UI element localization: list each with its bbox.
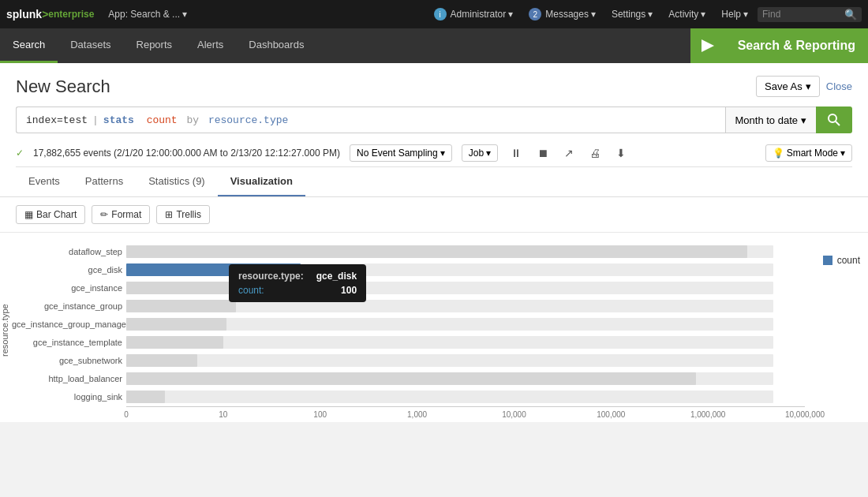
search-header: New Search Save As ▾ Close (16, 76, 852, 97)
bar-label: gce_disk (12, 265, 122, 275)
search-submit-button[interactable] (816, 106, 852, 133)
tab-events[interactable]: Events (16, 167, 73, 196)
bar-label: gce_instance_group (12, 301, 122, 311)
bar-row: http_load_balancer (126, 371, 805, 387)
format-icon: ✏ (100, 209, 108, 220)
svg-marker-0 (702, 39, 714, 52)
status-bar: ✓ 17,882,655 events (2/1/20 12:00:00.000… (16, 140, 852, 167)
app-title: Search & Reporting (725, 28, 868, 63)
status-check-icon: ✓ (16, 148, 24, 159)
close-button[interactable]: Close (826, 80, 852, 92)
app-logo-icon (690, 28, 725, 63)
bar-foreground (126, 263, 301, 276)
messages-button[interactable]: 2 Messages ▾ (522, 5, 602, 24)
search-icon: 🔍 (844, 9, 857, 21)
bar-label: dataflow_step (12, 247, 122, 256)
bulb-icon: 💡 (773, 148, 784, 159)
top-navbar: splunk>enterprise App: Search & ... ▾ i … (0, 0, 868, 28)
bars-area: dataflow_stepgce_diskgce_instancegce_ins… (126, 244, 805, 400)
stop-button[interactable]: ⏹ (534, 144, 552, 162)
x-axis-tick: 10,000,000 (785, 410, 825, 419)
status-events-text: 17,882,655 events (2/1/20 12:00:00.000 A… (33, 148, 340, 159)
no-event-sampling-button[interactable]: No Event Sampling ▾ (350, 144, 452, 162)
bar-label: gce_subnetwork (12, 356, 122, 365)
bar-foreground (126, 282, 262, 294)
search-query-index: index=test (26, 114, 88, 126)
x-axis: 0101001,00010,000100,0001,000,00010,000,… (126, 406, 805, 422)
tab-reports[interactable]: Reports (124, 28, 185, 63)
trellis-icon: ⊞ (165, 209, 173, 220)
legend-color-dot (823, 256, 832, 265)
search-actions: Save As ▾ Close (756, 76, 852, 97)
bar-chart-button[interactable]: ▦ Bar Chart (16, 205, 85, 224)
help-label: Help (721, 9, 741, 20)
bar-label: gce_instance_group_manager (12, 320, 122, 329)
smart-mode-button[interactable]: 💡 Smart Mode ▾ (765, 144, 852, 162)
search-input-display[interactable]: index=test | stats count by resource.typ… (16, 106, 725, 133)
bar-foreground (126, 245, 747, 258)
admin-info-button[interactable]: i Administrator ▾ (428, 5, 520, 24)
save-as-button[interactable]: Save As ▾ (756, 76, 820, 97)
bar-row: gce_instance (126, 280, 805, 296)
splunk-gt: > (42, 8, 48, 21)
bar-row: gce_instance_group_manager (126, 316, 805, 332)
tab-patterns[interactable]: Patterns (73, 167, 136, 196)
format-button[interactable]: ✏ Format (92, 205, 150, 224)
find-input[interactable] (762, 9, 841, 20)
x-axis-tick: 1,000,000 (690, 410, 726, 419)
messages-badge: 2 (529, 8, 541, 21)
job-button[interactable]: Job ▾ (462, 144, 498, 162)
bar-row: dataflow_step (126, 244, 805, 260)
x-axis-tick: 0 (124, 410, 129, 419)
bar-foreground (126, 318, 226, 331)
x-axis-tick: 100,000 (597, 410, 625, 419)
find-input-wrap: 🔍 (758, 7, 862, 22)
tab-search[interactable]: Search (0, 28, 58, 63)
tab-dashboards[interactable]: Dashboards (236, 28, 316, 63)
print-button[interactable]: 🖨 (586, 144, 604, 162)
chart-legend: count (823, 255, 860, 266)
messages-chevron-icon: ▾ (591, 9, 596, 20)
sampling-chevron-icon: ▾ (440, 148, 445, 159)
time-picker-chevron-icon: ▾ (801, 114, 806, 126)
pipe-separator: | (92, 114, 99, 126)
settings-button[interactable]: Settings ▾ (605, 6, 659, 23)
visualization-toolbar: ▦ Bar Chart ✏ Format ⊞ Trellis (0, 197, 868, 233)
admin-chevron-icon: ▾ (508, 9, 513, 20)
splunk-logo: splunk>enterprise (6, 8, 94, 21)
tab-visualization[interactable]: Visualization (218, 167, 305, 196)
bar-label: gce_instance (12, 283, 122, 293)
settings-label: Settings (612, 9, 645, 20)
app-label: App: Search & ... (108, 9, 180, 20)
bar-foreground (126, 372, 696, 385)
x-axis-tick: 10 (219, 410, 227, 419)
admin-label: Administrator (451, 9, 507, 20)
help-button[interactable]: Help ▾ (715, 6, 754, 23)
splunk-text: splunk (6, 8, 42, 21)
legend-label: count (837, 255, 860, 266)
help-chevron-icon: ▾ (743, 9, 748, 20)
pause-button[interactable]: ⏸ (507, 144, 525, 162)
main-content: New Search Save As ▾ Close index=test | … (0, 63, 868, 167)
bar-row: logging_sink (126, 389, 805, 405)
page-title: New Search (16, 77, 110, 97)
time-picker-button[interactable]: Month to date ▾ (725, 106, 817, 133)
bar-chart-icon: ▦ (24, 209, 33, 220)
activity-button[interactable]: Activity ▾ (662, 6, 712, 23)
bar-foreground (126, 354, 197, 367)
job-chevron-icon: ▾ (486, 148, 491, 159)
export-button[interactable]: ⬇ (613, 144, 629, 162)
app-menu-button[interactable]: App: Search & ... ▾ (103, 6, 192, 23)
bar-background (126, 354, 773, 367)
x-axis-tick: 10,000 (502, 410, 526, 419)
tab-datasets[interactable]: Datasets (58, 28, 123, 63)
share-button[interactable]: ↗ (561, 144, 577, 162)
space (137, 114, 144, 126)
bar-row: gce_disk (126, 262, 805, 278)
messages-label: Messages (545, 9, 589, 20)
svg-point-1 (829, 114, 836, 122)
chart-bars-container: dataflow_stepgce_diskgce_instancegce_ins… (16, 239, 868, 422)
tab-alerts[interactable]: Alerts (185, 28, 236, 63)
tab-statistics[interactable]: Statistics (9) (136, 167, 218, 196)
trellis-button[interactable]: ⊞ Trellis (156, 205, 210, 224)
